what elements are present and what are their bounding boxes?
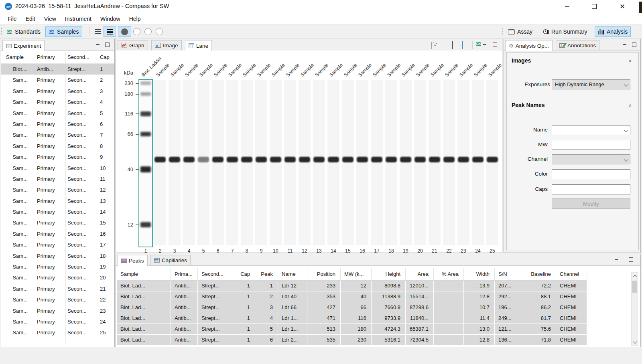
lane-8[interactable] — [241, 80, 253, 245]
experiment-row[interactable]: Sam...PrimarySecon...3 — [1, 86, 114, 97]
peaks-column-header-height[interactable]: Height — [372, 268, 406, 280]
lane-7[interactable] — [226, 80, 238, 245]
peaks-scrollbar[interactable] — [631, 272, 638, 346]
experiment-row[interactable]: Sam...PrimarySecon...19 — [1, 261, 114, 272]
tab-annotations[interactable]: Annotations — [556, 40, 599, 50]
menu-edit[interactable]: Edit — [21, 14, 40, 24]
experiment-row[interactable]: Sam...PrimarySecon...15 — [1, 217, 114, 228]
experiment-row[interactable]: Sam...PrimarySecon...7 — [1, 129, 114, 140]
experiment-row[interactable]: Sam...PrimarySecon...6 — [1, 119, 114, 129]
lane-number-19[interactable]: 19 — [400, 248, 412, 253]
column-header-secondary[interactable]: Second... — [65, 51, 97, 63]
lane-number-9[interactable]: 9 — [255, 248, 267, 253]
assay-button[interactable]: Assay — [505, 26, 536, 37]
peaks-panel-maximize-button[interactable] — [627, 256, 635, 263]
lane-number-11[interactable]: 11 — [284, 248, 296, 253]
peaks-column-header-area[interactable]: Area — [406, 268, 434, 280]
peaks-row[interactable]: Biot. Lad...Antib...Strept...11Ldr 12233… — [117, 281, 587, 291]
lane-number-16[interactable]: 16 — [356, 248, 368, 253]
lane-3[interactable] — [169, 80, 181, 245]
lane-number-23[interactable]: 23 — [457, 248, 469, 253]
lane-9[interactable] — [255, 80, 267, 245]
lane-19[interactable] — [400, 80, 412, 245]
window-minimize-button[interactable] — [558, 0, 576, 13]
lane-16[interactable] — [356, 80, 368, 245]
collapse-images-icon[interactable]: » — [627, 60, 633, 63]
peaks-column-header-second[interactable]: Second... — [198, 268, 231, 280]
lane-number-3[interactable]: 3 — [169, 248, 181, 253]
peaks-column-header-mw-k[interactable]: MW (k... — [341, 268, 372, 280]
experiment-row[interactable]: Sam...PrimarySecon...8 — [1, 141, 114, 152]
experiment-row[interactable]: Sam...PrimarySecon...9 — [1, 152, 114, 162]
experiment-row[interactable]: Sam...PrimarySecon...13 — [1, 196, 114, 206]
lane-23[interactable] — [457, 80, 469, 245]
peaks-column-header-peak[interactable]: Peak — [255, 268, 278, 280]
experiment-row[interactable]: Sam...PrimarySecon...14 — [1, 206, 114, 217]
menu-instrument[interactable]: Instrument — [61, 14, 96, 24]
lane-15[interactable] — [342, 80, 354, 245]
lane-18[interactable] — [385, 80, 397, 245]
lane-25[interactable] — [486, 80, 498, 245]
lane-11[interactable] — [284, 80, 296, 245]
lane-number-21[interactable]: 21 — [429, 248, 441, 253]
menu-help[interactable]: Help — [125, 14, 145, 24]
peaks-column-header-prima[interactable]: Prima... — [171, 268, 198, 280]
tab-analysis-options[interactable]: ⚙ Analysis Op... — [505, 40, 553, 51]
column-header-cap[interactable]: Cap — [97, 51, 114, 63]
tab-capillaries[interactable]: Capillaries — [150, 255, 191, 265]
tab-image[interactable]: Image — [151, 40, 182, 50]
experiment-row[interactable]: Sam...PrimarySecon...22 — [1, 294, 114, 305]
lane-panel-maximize-button[interactable] — [491, 41, 499, 48]
lane-number-7[interactable]: 7 — [226, 248, 238, 253]
lane-21[interactable] — [429, 80, 441, 245]
tab-graph[interactable]: Graph — [118, 40, 148, 50]
lane-number-2[interactable]: 2 — [154, 248, 166, 253]
peaks-column-header-name[interactable]: Name — [278, 268, 307, 280]
color-input[interactable] — [552, 169, 630, 179]
lane-panel-minimize-button[interactable] — [480, 41, 488, 48]
lane-number-25[interactable]: 25 — [486, 248, 498, 253]
lane-number-8[interactable]: 8 — [241, 248, 253, 253]
lane-number-18[interactable]: 18 — [385, 248, 397, 253]
experiment-row[interactable]: Sam...PrimarySecon...18 — [1, 251, 114, 261]
peaks-column-header-sample[interactable]: Sample — [117, 268, 171, 280]
experiment-row[interactable]: Sam...PrimarySecon...23 — [1, 305, 114, 316]
experiment-panel-minimize-button[interactable] — [93, 41, 102, 48]
exposure-option-4-button[interactable] — [152, 26, 166, 37]
lane-20[interactable] — [414, 80, 426, 245]
analysis-panel-minimize-button[interactable] — [620, 41, 628, 48]
name-dropdown[interactable] — [552, 125, 630, 135]
peaks-row[interactable]: Biot. Lad...Antib...Strept...16Ldr 2...5… — [117, 335, 587, 346]
lane-table-button[interactable] — [462, 42, 463, 49]
peaks-column-header-channel[interactable]: Channel — [556, 268, 587, 280]
tab-lane[interactable]: Lane — [185, 40, 212, 51]
peaks-column-header-cap[interactable]: Cap — [231, 268, 255, 280]
peaks-row[interactable]: Biot. Lad...Antib...Strept...14Ldr 1...4… — [117, 313, 587, 324]
tab-peaks[interactable]: Peaks — [118, 255, 148, 266]
experiment-row[interactable]: Sam...PrimarySecon...12 — [1, 184, 114, 195]
compact-view-button[interactable] — [91, 26, 104, 37]
column-header-primary[interactable]: Primary — [36, 51, 65, 63]
lane-6[interactable] — [212, 80, 224, 245]
exposure-option-1-button[interactable] — [118, 26, 131, 37]
expanded-view-button[interactable] — [104, 26, 116, 37]
lane-number-4[interactable]: 4 — [183, 248, 195, 253]
menu-file[interactable]: File — [3, 14, 21, 24]
exposures-dropdown[interactable]: High Dynamic Range — [552, 79, 630, 89]
mw-input[interactable] — [552, 140, 630, 150]
experiment-row[interactable]: Sam...PrimarySecon...10 — [1, 163, 114, 174]
modify-button[interactable]: Modify — [552, 198, 630, 209]
peaks-column-header-s-n[interactable]: S/N — [495, 268, 521, 280]
peaks-row[interactable]: Biot. Lad...Antib...Strept...15Ldr 1...5… — [117, 324, 587, 335]
lane-number-10[interactable]: 10 — [270, 248, 282, 253]
window-close-button[interactable]: ✕ — [613, 0, 632, 13]
scrollbar-thumb[interactable] — [632, 281, 637, 293]
experiment-row[interactable]: Sam...PrimarySecon...16 — [1, 229, 114, 239]
window-maximize-button[interactable] — [585, 0, 603, 13]
lane-number-17[interactable]: 17 — [371, 248, 383, 253]
experiment-row[interactable]: Sam...PrimarySecon...21 — [1, 283, 114, 294]
invert-display-button[interactable] — [452, 42, 453, 49]
caps-input[interactable] — [552, 184, 630, 194]
run-summary-button[interactable]: Run Summary — [540, 26, 590, 37]
lane-number-20[interactable]: 20 — [414, 248, 426, 253]
